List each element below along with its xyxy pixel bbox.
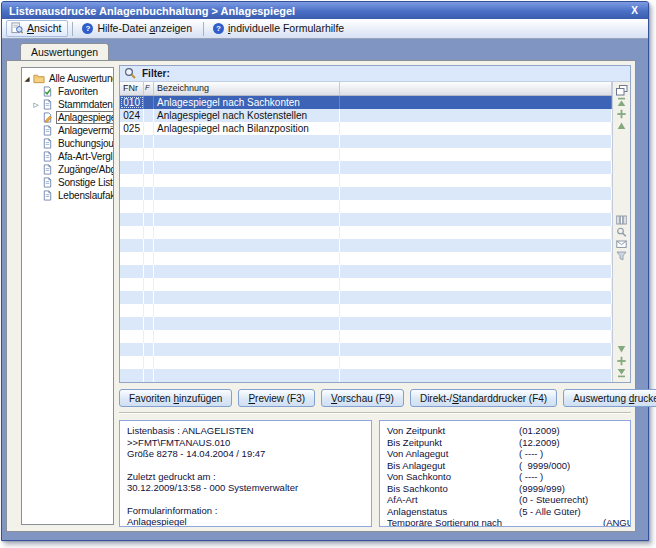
grid-row[interactable]: 024Anlagespiegel nach Kostenstellen [120, 109, 612, 122]
parameter-label: Bis Anlagegut [387, 460, 519, 472]
cell-flag [144, 239, 154, 252]
individuelle-formularhilfe-button[interactable]: ? individuelle Formularhilfe [208, 20, 351, 37]
scroll-bottom-icon[interactable] [615, 367, 628, 379]
grid-row-empty[interactable] [120, 304, 612, 317]
cell-bezeichnung [154, 330, 340, 343]
info-line: Anlagespiegel [127, 516, 364, 527]
direkt-standarddrucker-button[interactable]: Direkt-/Standarddrucker (F4) [410, 389, 557, 407]
cell-flag [144, 148, 154, 161]
tree-item-label: Alle Auswertungen [47, 73, 114, 84]
grid-row-empty[interactable] [120, 226, 612, 239]
help-icon: ? [82, 23, 93, 34]
filter-bar[interactable]: Filter: [120, 66, 630, 82]
tree-item-anlagespiegel[interactable]: Anlagespiegel [23, 111, 112, 124]
cell-flag [144, 161, 154, 174]
tree-item-favoriten[interactable]: Favoriten [23, 85, 112, 98]
tree-item-zugänge-abgänge[interactable]: Zugänge/Abgänge [23, 163, 112, 176]
parameter-value: (0 - Steuerrecht) [519, 494, 588, 506]
info-line: 30.12.2009/13:58 - 000 Systemverwalter [127, 482, 364, 494]
cell-flag [144, 135, 154, 148]
cell-extra [340, 148, 612, 161]
tree-item-buchungsjournal[interactable]: Buchungsjournal [23, 137, 112, 150]
list-icon [42, 138, 54, 149]
row-up-icon[interactable] [615, 120, 628, 132]
grid-row-empty[interactable] [120, 369, 612, 382]
cell-bezeichnung [154, 252, 340, 265]
cell-fnr [120, 161, 144, 174]
grid-row-empty[interactable] [120, 161, 612, 174]
cell-flag [144, 317, 154, 330]
desktop-background: Listenausdrucke Anlagenbuchhaltung > Anl… [0, 0, 656, 548]
grid-row-empty[interactable] [120, 265, 612, 278]
column-header-flag[interactable]: F [144, 82, 154, 95]
grid-row-empty[interactable] [120, 252, 612, 265]
row-down-icon[interactable] [615, 343, 628, 355]
grid-row-empty[interactable] [120, 317, 612, 330]
window-titlebar[interactable]: Listenausdrucke Anlagenbuchhaltung > Anl… [2, 2, 648, 19]
tree-item-sonstige-listen[interactable]: Sonstige Listen [23, 176, 112, 189]
columns-icon[interactable] [615, 214, 628, 226]
grid-row-empty[interactable] [120, 174, 612, 187]
grid-row-empty[interactable] [120, 330, 612, 343]
export-icon[interactable] [615, 238, 628, 250]
grid-row[interactable]: 025Anlagespiegel nach Bilanzposition [120, 122, 612, 135]
grid-row-empty[interactable] [120, 213, 612, 226]
toolbar-separator [72, 22, 73, 36]
column-header-bezeichnung[interactable]: Bezeichnung [154, 82, 340, 95]
window-title: Listenausdrucke Anlagenbuchhaltung > Anl… [9, 5, 295, 17]
grid-row-empty[interactable] [120, 278, 612, 291]
tab-auswertungen[interactable]: Auswertungen [20, 43, 109, 61]
vorschau-button[interactable]: Vorschau (F9) [321, 389, 404, 407]
cell-flag [144, 122, 154, 135]
filter-label: Filter: [142, 68, 170, 79]
cell-bezeichnung [154, 187, 340, 200]
favoriten-hinzufuegen-button[interactable]: Favoriten hinzufügen [119, 389, 232, 407]
grid-row-empty[interactable] [120, 239, 612, 252]
append-row-icon[interactable] [615, 355, 628, 367]
tree-item-lebenslaufakte[interactable]: Lebenslaufakte [23, 189, 112, 202]
hilfe-datei-anzeigen-button[interactable]: ? Hilfe-Datei anzeigen [77, 20, 199, 37]
cell-flag [144, 304, 154, 317]
auswertung-drucken-button[interactable]: Auswertung drucken [563, 389, 656, 407]
column-header-extra[interactable] [340, 82, 612, 95]
close-icon[interactable]: X [628, 5, 641, 16]
preview-button[interactable]: Preview (F3) [238, 389, 315, 407]
scroll-top-icon[interactable] [615, 96, 628, 108]
cell-bezeichnung [154, 200, 340, 213]
cell-fnr [120, 187, 144, 200]
list-icon [42, 125, 54, 136]
search-icon[interactable] [615, 226, 628, 238]
grid-row-empty[interactable] [120, 148, 612, 161]
insert-row-icon[interactable] [615, 108, 628, 120]
cell-fnr [120, 148, 144, 161]
parameter-row: Bis Zeitpunkt(12.2009) [387, 437, 623, 449]
tree-item-stammdatenlisten[interactable]: ▷Stammdatenlisten [23, 98, 112, 111]
filter-icon[interactable] [615, 250, 628, 262]
tree-item-anlagevermögen[interactable]: Anlagevermögen [23, 124, 112, 137]
parameter-label: Von Sachkonto [387, 471, 519, 483]
column-header-fnr[interactable]: FNr [120, 82, 144, 95]
collapsed-expander-icon[interactable]: ▷ [32, 101, 40, 109]
cell-flag [144, 278, 154, 291]
tree-item-alle-auswertungen[interactable]: ◢Alle Auswertungen [23, 72, 112, 85]
cell-bezeichnung: Anlagespiegel nach Bilanzposition [154, 122, 340, 135]
grid-row-empty[interactable] [120, 200, 612, 213]
parameter-row: Bis Anlagegut( 9999/000) [387, 460, 623, 472]
grid-row-empty[interactable] [120, 135, 612, 148]
grid-row-empty[interactable] [120, 187, 612, 200]
tree-item-afa-art-vergleich[interactable]: Afa-Art-Vergleich [23, 150, 112, 163]
parameter-row: Anlagenstatus(5 - Alle Güter) [387, 506, 623, 518]
folder-icon [33, 73, 45, 84]
view-icon [11, 22, 23, 34]
cell-flag [144, 265, 154, 278]
formularhilfe-button-label: individuelle Formularhilfe [228, 22, 344, 34]
grid-row-empty[interactable] [120, 291, 612, 304]
copy-window-icon[interactable] [615, 84, 628, 96]
grid-row-empty[interactable] [120, 356, 612, 369]
grid-row-empty[interactable] [120, 343, 612, 356]
grid-rows: 010Anlagespiegel nach Sachkonten024Anlag… [120, 96, 612, 382]
grid-row[interactable]: 010Anlagespiegel nach Sachkonten [120, 96, 612, 109]
parameter-value: (01.2009) [519, 425, 560, 437]
expanded-expander-icon[interactable]: ◢ [23, 75, 31, 83]
ansicht-button[interactable]: Ansicht [6, 20, 68, 37]
